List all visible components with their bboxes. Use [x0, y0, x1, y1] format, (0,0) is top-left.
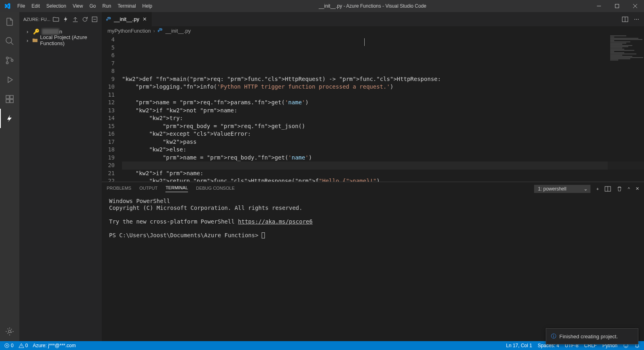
tree-label: Local Project (Azure Functions) [40, 34, 102, 46]
svg-point-1 [6, 37, 12, 43]
terminal-cursor [262, 232, 265, 238]
new-folder-icon[interactable] [53, 16, 59, 23]
chevron-down-icon: ⌄ [584, 186, 588, 192]
folder-icon [32, 37, 38, 43]
menu-view[interactable]: View [69, 0, 86, 12]
svg-rect-0 [615, 4, 619, 8]
settings-gear-icon[interactable] [0, 322, 19, 341]
activity-bar [0, 12, 19, 341]
explorer-tab[interactable] [0, 12, 19, 31]
svg-point-9 [8, 330, 11, 333]
svg-point-11 [107, 17, 108, 18]
split-terminal-icon[interactable] [605, 186, 611, 192]
split-editor-icon[interactable] [622, 16, 628, 23]
extensions-tab[interactable] [0, 89, 19, 109]
python-icon [157, 28, 163, 33]
upload-icon[interactable] [72, 16, 78, 23]
source-control-tab[interactable] [0, 51, 19, 70]
maximize-panel-icon[interactable]: ^ [628, 186, 630, 191]
panel-tabs: PROBLEMS OUTPUT TERMINAL DEBUG CONSOLE 1… [102, 182, 644, 195]
breadcrumb-item[interactable]: __init__.py [165, 28, 191, 34]
titlebar: File Edit Selection View Go Run Terminal… [0, 0, 644, 12]
status-azure-account[interactable]: Azure: j***@***.com [33, 343, 76, 348]
editor-area: __init__.py ✕ ⋯ myPythonFunction › __ini… [102, 12, 644, 341]
toast-message: Finished creating project. [559, 333, 618, 340]
more-icon[interactable]: ⋯ [634, 16, 639, 22]
tabs-bar: __init__.py ✕ ⋯ [102, 12, 644, 26]
azure-tab[interactable] [0, 109, 19, 128]
terminal-selector[interactable]: 1: powershell⌄ [534, 185, 590, 193]
svg-rect-8 [10, 99, 13, 103]
new-terminal-icon[interactable]: + [596, 186, 599, 191]
menu-terminal[interactable]: Terminal [114, 0, 139, 12]
svg-point-3 [6, 62, 8, 64]
window-title: __init__.py - Azure Functions - Visual S… [155, 3, 590, 9]
menu-bar: File Edit Selection View Go Run Terminal… [14, 0, 155, 12]
run-debug-tab[interactable] [0, 70, 19, 89]
info-icon: ⓘ [551, 333, 556, 340]
line-numbers: 456789101112131415161718192021222324 [102, 35, 122, 182]
svg-point-2 [6, 57, 8, 59]
svg-point-4 [11, 60, 13, 62]
key-icon: 🔑 [33, 29, 39, 35]
svg-rect-5 [6, 95, 9, 99]
vscode-icon [0, 3, 14, 9]
refresh-icon[interactable] [82, 16, 88, 23]
terminal-link[interactable]: https://aka.ms/pscore6 [238, 218, 312, 225]
tree-item-local-project[interactable]: › Local Project (Azure Functions) [19, 36, 102, 45]
menu-help[interactable]: Help [139, 0, 156, 12]
notification-toast[interactable]: ⓘ Finished creating project. [546, 328, 638, 344]
chevron-right-icon: › [27, 37, 32, 43]
panel-tab-debug-console[interactable]: DEBUG CONSOLE [196, 186, 235, 192]
status-errors[interactable]: 0 [4, 343, 14, 348]
menu-run[interactable]: Run [99, 0, 114, 12]
sidebar-header: AZURE: FU... [19, 12, 102, 26]
panel-tab-terminal[interactable]: TERMINAL [165, 185, 188, 192]
lightning-icon[interactable] [62, 16, 69, 23]
tab-label: __init__.py [114, 16, 139, 22]
chevron-right-icon: › [27, 29, 33, 35]
tree-label: IIIIIIIIIIII [42, 29, 59, 35]
menu-go[interactable]: Go [86, 0, 99, 12]
sidebar: AZURE: FU... › 🔑 IIIIIIIIIIIIn › Local P… [19, 12, 102, 341]
sidebar-title: AZURE: FU... [23, 17, 53, 22]
tab-close-icon[interactable]: ✕ [142, 15, 148, 23]
minimize-button[interactable] [590, 0, 608, 12]
minimap[interactable] [608, 35, 644, 182]
kill-terminal-icon[interactable] [617, 186, 622, 192]
maximize-button[interactable] [608, 0, 626, 12]
svg-rect-7 [6, 99, 9, 103]
collapse-icon[interactable] [91, 16, 98, 23]
menu-file[interactable]: File [14, 0, 28, 12]
menu-selection[interactable]: Selection [43, 0, 69, 12]
code-content[interactable]: "kw2">def "fn">main("prm">req: "prm">fun… [122, 35, 644, 182]
text-cursor [364, 38, 365, 46]
status-ln-col[interactable]: Ln 17, Col 1 [506, 343, 532, 348]
python-icon [106, 17, 111, 22]
breadcrumb-item[interactable]: myPythonFunction [107, 28, 151, 34]
status-warnings[interactable]: 0 [19, 343, 28, 348]
panel: PROBLEMS OUTPUT TERMINAL DEBUG CONSOLE 1… [102, 182, 644, 341]
tree-view: › 🔑 IIIIIIIIIIIIn › Local Project (Azure… [19, 26, 102, 46]
panel-tab-problems[interactable]: PROBLEMS [107, 186, 131, 192]
breadcrumb[interactable]: myPythonFunction › __init__.py [102, 26, 644, 35]
menu-edit[interactable]: Edit [28, 0, 43, 12]
chevron-right-icon: › [153, 28, 155, 34]
close-panel-icon[interactable]: ✕ [636, 186, 639, 191]
svg-rect-6 [10, 95, 13, 99]
panel-tab-output[interactable]: OUTPUT [139, 186, 157, 192]
editor[interactable]: 456789101112131415161718192021222324 "kw… [102, 35, 644, 182]
tab-init-py[interactable]: __init__.py ✕ [102, 12, 152, 26]
terminal[interactable]: Windows PowerShell Copyright (C) Microso… [102, 195, 644, 341]
search-tab[interactable] [0, 31, 19, 51]
close-button[interactable] [626, 0, 644, 12]
